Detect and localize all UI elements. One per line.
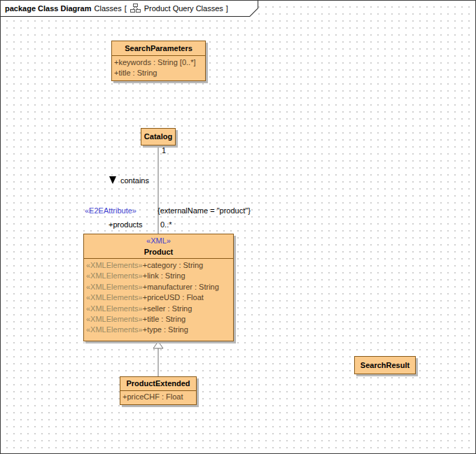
attribute-stereotype: «XMLElements» <box>86 293 143 302</box>
diagram-kind-label: package Class Diagram <box>5 4 92 13</box>
association-direction-label[interactable]: contains <box>120 176 149 185</box>
connectors-layer <box>1 1 476 454</box>
class-searchparameters[interactable]: SearchParameters +keywords : String [0..… <box>111 41 206 81</box>
association-role-name[interactable]: +products <box>108 220 143 229</box>
diagram-canvas: package Class Diagram Classes [ Product … <box>0 0 476 454</box>
attribute-text: +type : String <box>143 325 188 334</box>
attribute: +keywords : String [0..*] <box>114 57 203 68</box>
diagram-context-label: Classes <box>94 4 122 13</box>
attribute-stereotype: «XMLElements» <box>86 271 143 280</box>
attribute: «XMLElements»+type : String <box>86 325 231 335</box>
class-productextended[interactable]: ProductExtended +priceCHF : Float <box>120 376 197 405</box>
attribute-text: +manufacturer : String <box>143 283 219 291</box>
diagram-name: Product Query Classes <box>144 4 223 13</box>
attribute: +title : String <box>114 68 203 78</box>
class-name: Product <box>84 246 233 258</box>
attribute: «XMLElements»+category : String <box>86 260 231 271</box>
attribute: «XMLElements»+manufacturer : String <box>86 282 231 292</box>
diagram-frame-tab[interactable]: package Class Diagram Classes [ Product … <box>1 1 258 17</box>
attribute-text: +title : String <box>143 315 186 323</box>
class-name: Catalog <box>141 129 175 145</box>
bracket-close: ] <box>226 4 228 13</box>
class-name: ProductExtended <box>120 377 196 390</box>
association-multiplicity-source[interactable]: 1 <box>162 146 166 155</box>
attribute-text: +category : String <box>143 261 204 269</box>
bracket-open: [ <box>125 4 127 13</box>
attribute: «XMLElements»+priceUSD : Float <box>86 292 231 303</box>
attribute-text: +seller : String <box>143 304 192 313</box>
attribute-stereotype: «XMLElements» <box>86 304 143 313</box>
class-name: SearchResult <box>355 357 415 374</box>
attribute-stereotype: «XMLElements» <box>86 315 143 323</box>
class-stereotype: «XML» <box>84 234 233 246</box>
association-tagged-value[interactable]: {externalName = "product"} <box>158 206 251 215</box>
attribute: «XMLElements»+title : String <box>86 314 231 325</box>
attribute: +priceCHF : Float <box>122 392 194 402</box>
class-product[interactable]: «XML» Product «XMLElements»+category : S… <box>83 234 234 341</box>
attribute: «XMLElements»+seller : String <box>86 304 231 314</box>
attribute-text: +priceUSD : Float <box>143 293 204 302</box>
class-diagram-icon <box>130 3 141 14</box>
attribute-text: +link : String <box>143 271 186 280</box>
class-name: SearchParameters <box>112 41 205 55</box>
attribute-stereotype: «XMLElements» <box>86 325 143 334</box>
generalization-arrowhead-icon <box>153 341 163 348</box>
association-stereotype[interactable]: «E2EAttribute» <box>85 206 136 215</box>
attribute: «XMLElements»+link : String <box>86 271 231 281</box>
class-searchresult[interactable]: SearchResult <box>354 356 416 374</box>
attribute-stereotype: «XMLElements» <box>86 283 143 291</box>
association-multiplicity-target[interactable]: 0..* <box>160 220 172 229</box>
contains-direction-arrow-icon <box>109 176 116 184</box>
class-catalog[interactable]: Catalog <box>141 128 176 146</box>
attribute-stereotype: «XMLElements» <box>86 261 143 269</box>
